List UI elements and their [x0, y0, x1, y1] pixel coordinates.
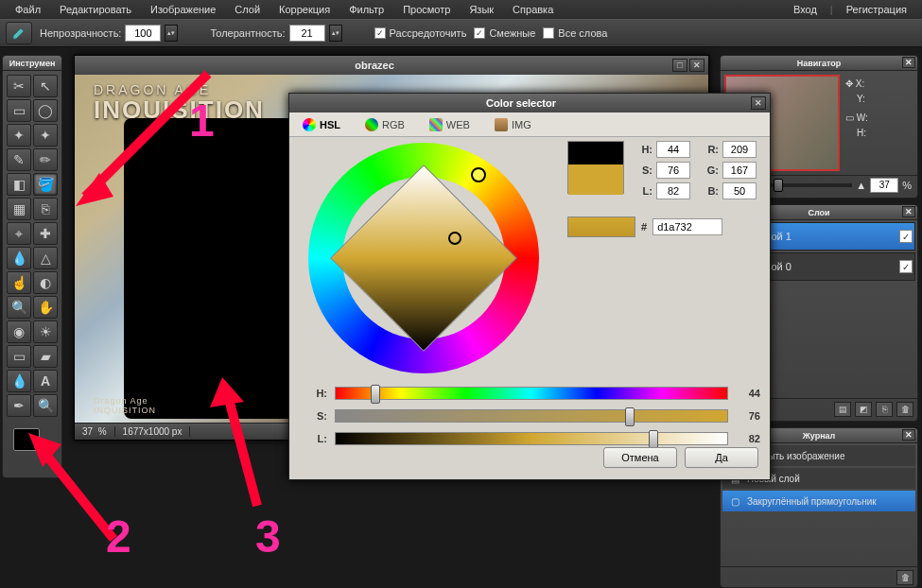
zoom-tool[interactable]: 🔍	[7, 296, 31, 319]
color-preview	[567, 141, 624, 194]
navigator-title: Навигатор✕	[721, 56, 917, 71]
hex-input[interactable]	[652, 218, 722, 235]
hand-tool[interactable]: ✋	[33, 296, 58, 319]
color-swatches[interactable]	[9, 426, 55, 464]
brush-tool[interactable]: ✏	[33, 148, 58, 171]
h-input[interactable]	[656, 141, 690, 158]
register-link[interactable]: Регистрация	[837, 2, 916, 17]
fg-color-swatch[interactable]	[13, 428, 40, 451]
menu-lang[interactable]: Язык	[460, 2, 503, 17]
h-slider[interactable]	[335, 387, 728, 400]
crop-tool[interactable]: ✂	[7, 75, 31, 97]
doc-zoom-value: 37	[82, 426, 93, 437]
layer-visibility-checkbox[interactable]: ✓	[899, 230, 913, 243]
login-link[interactable]: Вход	[784, 2, 826, 17]
layer-new-button[interactable]: ▤	[834, 402, 851, 417]
layers-close[interactable]: ✕	[902, 206, 915, 217]
tab-web[interactable]: WEB	[424, 116, 476, 133]
color-dialog-close[interactable]: ✕	[751, 96, 766, 110]
sponge-tool[interactable]: ◐	[33, 271, 58, 294]
zoom-in-icon[interactable]: ▲	[856, 180, 866, 191]
bucket-tool[interactable]: 🪣	[33, 173, 58, 196]
cancel-button[interactable]: Отмена	[603, 447, 677, 468]
artwork-subtitle: Dragon Age INQUISITION	[94, 396, 156, 415]
history-label: Закруглённый прямоугольник	[747, 496, 877, 507]
layer-dup-button[interactable]: ⎘	[876, 402, 893, 417]
menu-view[interactable]: Просмотр	[393, 2, 460, 17]
brush-select-tool[interactable]: ✦	[33, 124, 58, 147]
tab-rgb[interactable]: RGB	[359, 116, 410, 133]
shape-tool[interactable]: ▭	[7, 345, 31, 368]
move-tool[interactable]: ↖	[33, 75, 58, 97]
history-close[interactable]: ✕	[902, 429, 915, 441]
ok-button[interactable]: Да	[685, 447, 758, 468]
menu-bar: Файл Редактировать Изображение Слой Корр…	[0, 0, 922, 19]
opacity-input[interactable]	[125, 25, 161, 42]
allwords-checkbox[interactable]	[543, 27, 554, 39]
g-input[interactable]	[722, 162, 757, 179]
layer-mask-button[interactable]: ◩	[855, 402, 872, 417]
redeye-tool[interactable]: ◉	[7, 320, 31, 343]
dodge-tool[interactable]: ☀	[33, 320, 58, 343]
menu-image[interactable]: Изображение	[141, 2, 225, 17]
l-slider[interactable]	[335, 432, 728, 445]
menu-edit[interactable]: Редактировать	[50, 2, 141, 17]
r-input[interactable]	[722, 141, 757, 158]
navigator-close[interactable]: ✕	[902, 57, 915, 68]
menu-adjust[interactable]: Коррекция	[270, 2, 339, 17]
history-delete-button[interactable]: 🗑	[896, 570, 913, 585]
marquee-tool[interactable]: ▭	[7, 99, 31, 122]
color-replace-tool[interactable]: 🔍	[33, 394, 58, 417]
pen-tool[interactable]: ✒	[7, 394, 31, 417]
clone-tool[interactable]: ⎘	[33, 198, 58, 220]
color-dialog-titlebar[interactable]: Color selector ✕	[289, 94, 770, 112]
gradient-tool[interactable]: ▦	[7, 198, 31, 220]
s-slider-value: 76	[736, 410, 760, 422]
annotation-number-3: 3	[255, 510, 281, 562]
tolerance-spinner[interactable]: ▴▾	[329, 25, 342, 42]
layer-delete-button[interactable]: 🗑	[896, 402, 913, 417]
s-slider[interactable]	[335, 409, 728, 423]
sv-cursor[interactable]	[448, 232, 461, 245]
eraser-tool[interactable]: ◧	[7, 173, 31, 196]
options-bar: Непрозрачность: ▴▾ Толерантность: ▴▾ ✓ Р…	[0, 19, 922, 47]
history-item[interactable]: ▢ Закруглённый прямоугольник	[722, 491, 915, 511]
new-color-swatch	[568, 164, 623, 195]
heal-tool[interactable]: ✚	[33, 222, 58, 245]
zoom-input[interactable]	[870, 178, 898, 193]
layer-visibility-checkbox[interactable]: ✓	[899, 260, 913, 273]
doc-close-button[interactable]: ✕	[689, 59, 705, 72]
menu-help[interactable]: Справка	[503, 2, 563, 17]
draw-tool[interactable]: ▰	[33, 345, 58, 368]
sharpen-tool[interactable]: △	[33, 247, 58, 269]
blur-tool[interactable]: 💧	[7, 247, 31, 269]
pencil-tool[interactable]: ✎	[7, 148, 31, 171]
smudge-tool[interactable]: ☝	[7, 271, 31, 294]
doc-title: obrazec	[78, 60, 670, 71]
tools-title: Инструмен	[3, 56, 61, 71]
layer-name: Слой 1	[757, 231, 896, 242]
contiguous-checkbox[interactable]: ✓	[474, 27, 485, 39]
opacity-label: Непрозрачность:	[40, 27, 121, 39]
hue-cursor[interactable]	[471, 167, 486, 182]
active-tool-icon[interactable]	[6, 22, 32, 44]
wand-tool[interactable]: ✦	[7, 124, 31, 147]
s-input[interactable]	[656, 162, 690, 179]
antialias-checkbox[interactable]: ✓	[374, 27, 386, 39]
menu-filter[interactable]: Фильтр	[339, 2, 393, 17]
text-tool[interactable]: A	[33, 370, 58, 392]
menu-file[interactable]: Файл	[6, 2, 50, 17]
tab-hsl[interactable]: HSL	[297, 116, 346, 133]
doc-titlebar[interactable]: obrazec □ ✕	[75, 56, 708, 75]
opacity-spinner[interactable]: ▴▾	[165, 25, 178, 42]
doc-max-button[interactable]: □	[672, 59, 687, 72]
menu-layer[interactable]: Слой	[225, 2, 270, 17]
contiguous-label: Смежные	[489, 27, 535, 39]
stamp-tool[interactable]: ⌖	[7, 222, 31, 245]
lasso-tool[interactable]: ◯	[33, 99, 58, 122]
eyedrop-tool[interactable]: 💧	[7, 370, 31, 392]
b-input[interactable]	[722, 182, 757, 199]
tab-img[interactable]: IMG	[489, 116, 537, 133]
tolerance-input[interactable]	[289, 25, 325, 42]
l-input[interactable]	[656, 182, 690, 199]
